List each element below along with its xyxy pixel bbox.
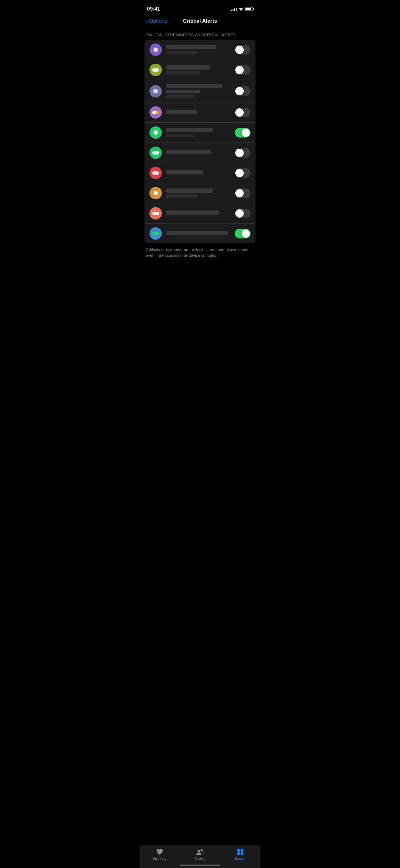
list-item	[144, 143, 256, 163]
signal-icon	[231, 7, 237, 11]
section-header: FOLLOW UP REMINDERS AS CRITICAL ALERTS	[139, 33, 261, 40]
toggle-1[interactable]	[235, 45, 251, 55]
toggle-3[interactable]	[235, 86, 251, 96]
status-time: 09:41	[147, 6, 160, 12]
med-icon-6	[149, 147, 162, 159]
med-icon-3	[149, 85, 162, 97]
med-icon-10	[149, 227, 162, 240]
list-item	[144, 223, 256, 243]
med-icon-4	[149, 106, 162, 119]
list-item	[144, 102, 256, 123]
wifi-icon	[238, 7, 243, 11]
toggle-5[interactable]	[235, 128, 251, 137]
toggle-8[interactable]	[235, 188, 251, 198]
battery-icon	[245, 7, 253, 11]
med-icon-7	[149, 167, 162, 179]
med-icon-2	[149, 64, 162, 76]
list-item	[144, 183, 256, 203]
back-label: Options	[149, 18, 167, 24]
med-icon-1	[149, 43, 162, 56]
medication-list	[144, 40, 256, 243]
chevron-left-icon: ‹	[146, 18, 148, 25]
toggle-6[interactable]	[235, 148, 251, 158]
toggle-4[interactable]	[235, 108, 251, 117]
status-bar: 09:41	[139, 0, 261, 16]
toggle-9[interactable]	[235, 209, 251, 218]
list-item	[144, 203, 256, 223]
footer-note: Critical alerts appear on the lock scree…	[139, 243, 261, 258]
toggle-10[interactable]	[235, 229, 251, 239]
list-item	[144, 163, 256, 183]
med-icon-8	[149, 187, 162, 199]
list-item	[144, 60, 256, 80]
med-icon-9	[149, 207, 162, 219]
toggle-2[interactable]	[235, 65, 251, 75]
list-item	[144, 40, 256, 60]
list-item	[144, 123, 256, 143]
back-button[interactable]: ‹ Options	[146, 18, 167, 25]
toggle-7[interactable]	[235, 168, 251, 178]
med-icon-5	[149, 126, 162, 139]
list-item	[144, 80, 256, 102]
status-icons	[231, 7, 253, 11]
nav-bar: ‹ Options Critical Alerts	[139, 16, 261, 28]
page-title: Critical Alerts	[183, 18, 217, 24]
